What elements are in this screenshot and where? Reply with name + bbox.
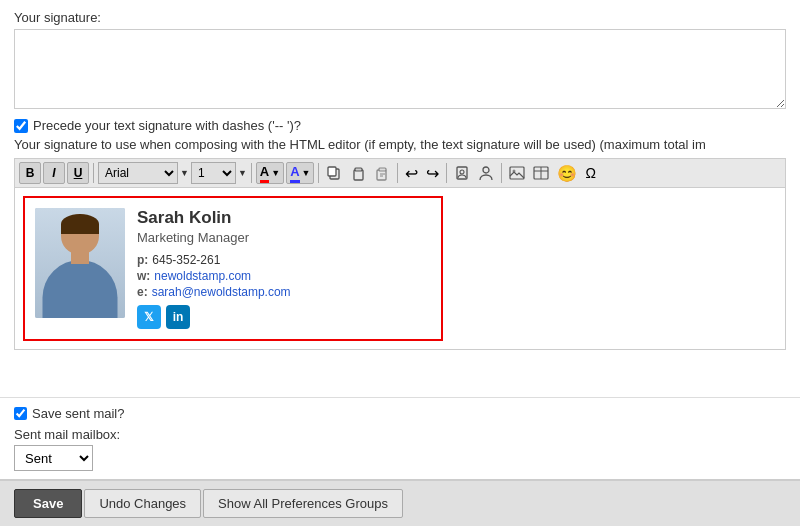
sig-phone: p: 645-352-261	[137, 253, 431, 267]
address-book-button[interactable]	[451, 162, 473, 184]
undo-button[interactable]: ↩	[402, 162, 421, 184]
font-family-chevron: ▼	[180, 168, 189, 178]
omega-button[interactable]: Ω	[582, 162, 598, 184]
sent-mail-select[interactable]: Sent	[14, 445, 93, 471]
font-color-bar	[260, 180, 269, 183]
toolbar-sep-2	[251, 163, 252, 183]
precede-checkbox[interactable]	[14, 119, 28, 133]
bold-button[interactable]: B	[19, 162, 41, 184]
italic-button[interactable]: I	[43, 162, 65, 184]
bottom-settings: Save sent mail? Sent mail mailbox: Sent	[0, 397, 800, 479]
save-sent-mail-row: Save sent mail?	[14, 406, 786, 421]
footer-bar: Save Undo Changes Show All Preferences G…	[0, 479, 800, 526]
bg-color-button[interactable]: A ▼	[286, 162, 314, 184]
image-button[interactable]	[506, 162, 528, 184]
signature-photo	[35, 208, 125, 318]
twitter-icon: 𝕏	[137, 305, 161, 329]
signature-label: Your signature:	[14, 10, 786, 25]
svg-rect-11	[510, 167, 524, 179]
web-value: newoldstamp.com	[154, 269, 251, 283]
html-editor-area[interactable]: Sarah Kolin Marketing Manager p: 645-352…	[14, 187, 786, 350]
svg-rect-1	[328, 167, 336, 176]
sig-email: e: sarah@newoldstamp.com	[137, 285, 431, 299]
bg-color-chevron: ▼	[302, 168, 311, 178]
sent-mail-mailbox-label: Sent mail mailbox:	[14, 427, 786, 442]
toolbar-sep-5	[446, 163, 447, 183]
svg-rect-3	[355, 168, 362, 171]
font-size-chevron: ▼	[238, 168, 247, 178]
bg-color-label: A	[290, 164, 299, 179]
show-prefs-button[interactable]: Show All Preferences Groups	[203, 489, 403, 518]
toolbar-sep-1	[93, 163, 94, 183]
save-button[interactable]: Save	[14, 489, 82, 518]
table-button[interactable]	[530, 162, 552, 184]
sig-name: Sarah Kolin	[137, 208, 431, 228]
emoji-button[interactable]: 😊	[554, 162, 580, 184]
font-color-chevron: ▼	[271, 168, 280, 178]
sig-social: 𝕏 in	[137, 305, 431, 329]
sig-title: Marketing Manager	[137, 230, 431, 245]
undo-changes-button[interactable]: Undo Changes	[84, 489, 201, 518]
font-size-select[interactable]: 1 2 3	[191, 162, 236, 184]
redo-button[interactable]: ↪	[423, 162, 442, 184]
signature-info: Sarah Kolin Marketing Manager p: 645-352…	[137, 208, 431, 329]
sig-web: w: newoldstamp.com	[137, 269, 431, 283]
phone-label: p:	[137, 253, 148, 267]
text-signature-textarea[interactable]	[14, 29, 786, 109]
bg-color-bar	[290, 180, 299, 183]
person-button[interactable]	[475, 162, 497, 184]
svg-rect-5	[379, 168, 386, 171]
paste-button[interactable]	[347, 162, 369, 184]
email-value: sarah@newoldstamp.com	[152, 285, 291, 299]
toolbar-sep-3	[318, 163, 319, 183]
editor-toolbar: B I U Arial Times New Roman Courier New …	[14, 158, 786, 187]
paste-plain-button[interactable]	[371, 162, 393, 184]
toolbar-sep-6	[501, 163, 502, 183]
font-color-button[interactable]: A ▼	[256, 162, 284, 184]
save-sent-mail-checkbox[interactable]	[14, 407, 27, 420]
signature-card: Sarah Kolin Marketing Manager p: 645-352…	[23, 196, 443, 341]
font-color-label: A	[260, 164, 269, 179]
email-label: e:	[137, 285, 148, 299]
copy-button[interactable]	[323, 162, 345, 184]
main-content: Your signature: Precede your text signat…	[0, 0, 800, 397]
linkedin-icon: in	[166, 305, 190, 329]
web-label: w:	[137, 269, 150, 283]
precede-checkbox-row: Precede your text signature with dashes …	[14, 118, 786, 133]
toolbar-sep-4	[397, 163, 398, 183]
html-editor-note: Your signature to use when composing wit…	[14, 137, 786, 152]
precede-checkbox-label: Precede your text signature with dashes …	[33, 118, 301, 133]
svg-point-10	[483, 167, 489, 173]
underline-button[interactable]: U	[67, 162, 89, 184]
font-family-select[interactable]: Arial Times New Roman Courier New	[98, 162, 178, 184]
phone-value: 645-352-261	[152, 253, 220, 267]
save-sent-mail-label: Save sent mail?	[32, 406, 125, 421]
